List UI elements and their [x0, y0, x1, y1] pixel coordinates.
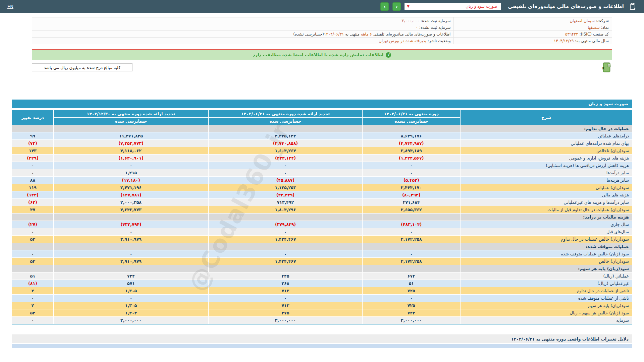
app-header: اطلاعات و صورت‌های مالی میاندوره‌ای تلفی… [0, 0, 644, 13]
row-label: هزینه کاهش ارزش دریافتنی ها (هزینه استثن… [460, 162, 632, 169]
cell-value [12, 214, 54, 221]
cell-value: ۳,۹۱۰,۹۷۹ [53, 258, 208, 265]
company-info-cell: سرمایه ثبت شده: ۳,۰۰۰,۰۰۰ [32, 17, 454, 24]
row-label: درآمدهای عملیاتي [460, 132, 632, 140]
cell-value: ۰ [362, 295, 460, 302]
cell-value: (۸۰,۲۹۲) [362, 191, 460, 199]
cell-value: ۰ [362, 169, 460, 177]
table-row: سال‌های قبل۰۰۰۰ [12, 228, 632, 236]
section-row: عملیات در حال تداوم: [12, 125, 632, 132]
section-row: عملیات متوقف شده: [12, 243, 632, 250]
cell-value [362, 265, 460, 273]
cell-value: ۲ [12, 302, 54, 309]
cell-value: ۵۲ [12, 236, 54, 243]
cell-value [53, 125, 208, 132]
row-label: سایر درآمدها [460, 169, 632, 177]
cell-value [362, 125, 460, 132]
cell-value [53, 265, 208, 273]
cell-value: ۰ [12, 169, 54, 177]
row-label: سود (زیان) خالص هر سهم – ریال [460, 309, 632, 317]
cell-value: (۷,۳۵۳,۷۷۳) [53, 140, 208, 147]
footer-section-title: دلایل تغییرات اطلاعات واقعی دوره منتهی ب… [12, 335, 632, 343]
table-row: هزینه کاهش ارزش دریافتنی ها (هزینه استثن… [12, 162, 632, 169]
info-value: ۱۴۰۴/۰۶/۳۱ [324, 32, 344, 37]
table-row: هزینه های مالی(۸۰,۲۹۲)(۳۴,۴۴۹)(۱۲۷,۷۸۱)(… [12, 191, 632, 199]
row-label: سال‌های قبل [460, 228, 632, 236]
cell-value [53, 214, 208, 221]
cell-value: ۵۲ [12, 309, 54, 317]
row-label: سایر درآمدها و هزینه های غیرعملیاتی [460, 199, 632, 206]
cell-value: (۶۲) [12, 199, 54, 206]
statement-select-value: صورت سود و زیان [466, 4, 501, 9]
cell-value: ۷۱۳ [209, 287, 363, 295]
cell-value [362, 243, 460, 250]
row-label: سود(زیان) پایه هر سهم: [460, 265, 632, 273]
cell-value: ۰ [12, 250, 54, 258]
company-info-row: سال مالی منتهی به: ۱۴۰۴/۱۲/۲۹وضعیت ناشر:… [32, 38, 612, 44]
clipboard-icon [629, 2, 637, 10]
cell-value: ۱,۸۰۴,۲۹۶ [209, 206, 363, 214]
cell-value: ۳,۰۰۰,۰۰۰ [362, 317, 460, 324]
row-label: سود(زیان) عملیاتي [460, 184, 632, 191]
row-label: هزینه مالیات بر درآمد: [460, 214, 632, 221]
row-label: سود (زیان) خالص عملیات متوقف شده [460, 250, 632, 258]
col-subheader-audited-1: حسابرسی شده [209, 118, 363, 125]
company-info-row: کد صنعت (ISIC): ۵۳۹۴۳۲اطلاعات و صورت‌های… [32, 31, 612, 38]
company-info-cell: سال مالی منتهی به: ۱۴۰۴/۱۲/۲۹ [454, 38, 612, 44]
next-statement-button[interactable]: › [392, 2, 401, 11]
table-row: درآمدهای عملیاتي۸,۶۳۹,۱۷۶۴,۳۴۵,۱۲۲۱۱,۴۷۱… [12, 132, 632, 140]
cell-value: ۱,۳۰۴ [53, 309, 208, 317]
info-icon: i [386, 52, 391, 58]
row-label: عملیاتي (ریال) [460, 273, 632, 280]
company-info-cell: سرمایه ثبت نشده: ۰ [32, 24, 454, 31]
cell-value: ۴۷ [12, 206, 54, 214]
cell-value: ۳,۸۹۴,۱۸۹ [362, 147, 460, 155]
cell-value [362, 214, 460, 221]
row-label: ناشی از عملیات در حال تداوم [460, 287, 632, 295]
info-value: ۱۴۰۴/۱۲/۲۹ [554, 39, 574, 43]
col-subheader-audited-2: حسابرسی شده [53, 118, 208, 125]
cell-value: ۵۱ [12, 273, 54, 280]
col-header-restated-fullyear: تجدید ارائه شده دوره منتهی به ۱۴۰۳/۱۲/۳۰ [53, 110, 208, 118]
table-row: سرمایه۳,۰۰۰,۰۰۰۳,۰۰۰,۰۰۰۳,۰۰۰,۰۰۰۰ [12, 317, 632, 324]
cell-value [209, 265, 363, 273]
table-row: سود (زیان) خالص عملیات متوقف شده۰۰۰۰ [12, 250, 632, 258]
info-value: سصفها [588, 25, 600, 30]
cell-value: ۴۷۵ [209, 309, 363, 317]
cell-value: ۱۱,۴۷۱,۸۳۵ [53, 132, 208, 140]
svg-text:X: X [602, 66, 605, 70]
cell-value: ۲,۱۷۲,۲۵۸ [362, 236, 460, 243]
cell-value [209, 214, 363, 221]
section-row: سود(زیان) پایه هر سهم: [12, 265, 632, 273]
cell-value [53, 243, 208, 250]
cell-value: ۷۱۳,۴۹۲ [209, 199, 363, 206]
units-note: کلیه مبالغ درج شده به میلیون ریال می باش… [32, 63, 132, 71]
cell-value: ۷۲۵ [362, 287, 460, 295]
cell-value: (۱,۴۲۴,۵۶۷) [362, 155, 460, 162]
statement-select[interactable]: صورت سود و زیان ▼ [405, 3, 501, 10]
cell-value: ۷۱۳ [209, 302, 363, 309]
language-toggle[interactable]: EN [7, 4, 13, 9]
cell-value: ۱,۳۰۵ [53, 302, 208, 309]
cell-value: ۲,۱۷۲,۲۵۸ [362, 258, 460, 265]
cell-value: ۵۱ [362, 280, 460, 287]
section-row: هزینه مالیات بر درآمد: [12, 214, 632, 221]
table-row: سود(زیان) خالص عملیات در حال تداوم۲,۱۷۲,… [12, 236, 632, 243]
cell-value: ۰ [362, 250, 460, 258]
cell-value: ۲,۴۶۴,۱۷۰ [362, 184, 460, 191]
cell-value: ۰ [12, 228, 54, 236]
excel-export-icon[interactable]: X [602, 62, 612, 73]
page: اطلاعات و صورت‌های مالی میاندوره‌ای تلفی… [0, 0, 644, 362]
info-value: پذیرفته شده در بورس تهران [379, 39, 426, 43]
col-subheader-unaudited: حسابرسی نشده [362, 118, 460, 125]
info-label: سرمایه ثبت شده: [419, 18, 450, 23]
cell-value [12, 125, 54, 132]
cell-value: (۷۳) [12, 140, 54, 147]
cell-value: ۵۲ [12, 258, 54, 265]
cell-value: (۴۳۳,۱۲۴) [209, 155, 363, 162]
cell-value: ۱,۴۲۴,۴۶۷ [209, 236, 363, 243]
cell-value [209, 125, 363, 132]
cell-value: (۱,۶۳۰,۹۰۱) [53, 155, 208, 162]
cell-value: ۴,۱۱۸,۰۶۲ [53, 147, 208, 155]
prev-statement-button[interactable]: ‹ [380, 2, 389, 11]
